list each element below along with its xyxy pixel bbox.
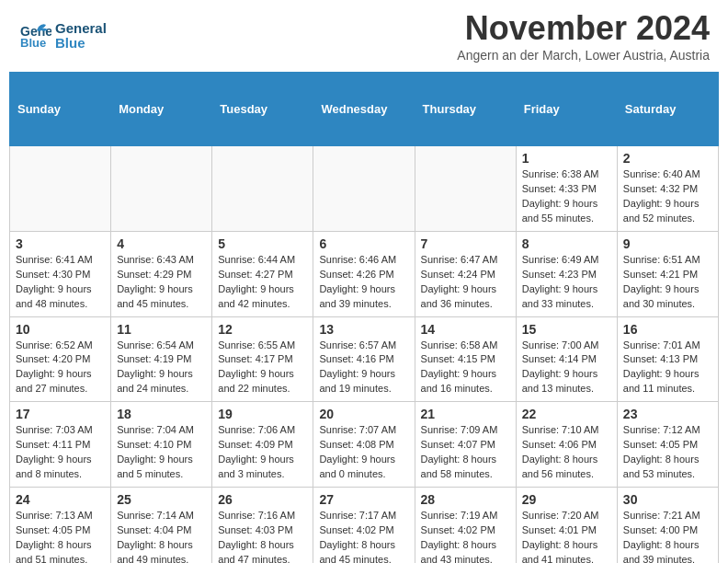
day-number: 13 (319, 322, 408, 337)
calendar-week-4: 17Sunrise: 7:03 AMSunset: 4:11 PMDayligh… (10, 402, 719, 488)
col-thursday: Thursday (415, 73, 516, 146)
logo-general: General (55, 20, 107, 36)
calendar-cell: 18Sunrise: 7:04 AMSunset: 4:10 PMDayligh… (111, 402, 212, 488)
calendar-cell (111, 146, 212, 232)
day-info: Daylight: 9 hours and 45 minutes. (117, 282, 206, 312)
day-info: Sunset: 4:14 PM (522, 352, 611, 367)
day-number: 14 (421, 322, 510, 337)
day-number: 21 (421, 407, 510, 421)
calendar-cell: 3Sunrise: 6:41 AMSunset: 4:30 PMDaylight… (10, 231, 111, 316)
day-info: Sunset: 4:01 PM (522, 523, 611, 538)
day-info: Sunset: 4:21 PM (623, 268, 712, 282)
calendar-cell: 17Sunrise: 7:03 AMSunset: 4:11 PMDayligh… (10, 402, 111, 488)
day-info: Sunrise: 6:46 AM (319, 253, 408, 268)
calendar-cell: 22Sunrise: 7:10 AMSunset: 4:06 PMDayligh… (516, 402, 617, 488)
day-info: Sunset: 4:00 PM (623, 523, 712, 538)
day-info: Sunset: 4:17 PM (218, 352, 307, 367)
day-info: Daylight: 9 hours and 24 minutes. (117, 367, 206, 396)
calendar-cell (313, 146, 415, 232)
day-number: 10 (16, 322, 105, 337)
day-info: Sunrise: 7:10 AM (522, 423, 611, 438)
svg-text:Blue: Blue (20, 36, 46, 50)
day-info: Sunset: 4:10 PM (117, 438, 206, 453)
day-number: 18 (117, 407, 206, 421)
day-info: Sunset: 4:09 PM (218, 438, 307, 453)
day-info: Sunset: 4:08 PM (319, 438, 408, 453)
calendar-cell (10, 146, 111, 232)
day-number: 4 (117, 236, 206, 251)
day-info: Sunrise: 7:03 AM (16, 423, 105, 438)
day-info: Sunrise: 6:38 AM (522, 167, 611, 182)
calendar-week-5: 24Sunrise: 7:13 AMSunset: 4:05 PMDayligh… (10, 488, 719, 564)
day-number: 17 (16, 407, 105, 421)
day-info: Daylight: 9 hours and 3 minutes. (218, 453, 307, 482)
day-info: Sunrise: 6:47 AM (421, 253, 510, 268)
day-info: Daylight: 8 hours and 58 minutes. (421, 453, 510, 482)
day-number: 6 (319, 236, 408, 251)
day-info: Sunrise: 7:12 AM (623, 423, 712, 438)
calendar-cell: 11Sunrise: 6:54 AMSunset: 4:19 PMDayligh… (111, 316, 212, 402)
calendar-week-2: 3Sunrise: 6:41 AMSunset: 4:30 PMDaylight… (10, 231, 719, 316)
day-number: 22 (522, 407, 611, 421)
day-info: Daylight: 9 hours and 19 minutes. (319, 367, 408, 396)
day-info: Sunrise: 7:04 AM (117, 423, 206, 438)
calendar-cell: 27Sunrise: 7:17 AMSunset: 4:02 PMDayligh… (313, 488, 415, 564)
day-number: 2 (623, 151, 712, 166)
calendar-cell: 2Sunrise: 6:40 AMSunset: 4:32 PMDaylight… (617, 146, 718, 232)
title-block: November 2024 Angern an der March, Lower… (457, 9, 710, 63)
day-info: Sunset: 4:05 PM (623, 438, 712, 453)
calendar-cell: 1Sunrise: 6:38 AMSunset: 4:33 PMDaylight… (516, 146, 617, 232)
calendar-cell: 24Sunrise: 7:13 AMSunset: 4:05 PMDayligh… (10, 488, 111, 564)
day-info: Daylight: 8 hours and 43 minutes. (421, 538, 510, 563)
day-number: 16 (623, 322, 712, 337)
day-number: 29 (522, 492, 611, 507)
day-info: Sunset: 4:26 PM (319, 268, 408, 282)
day-info: Sunrise: 6:58 AM (421, 339, 510, 353)
day-number: 26 (218, 492, 307, 507)
day-info: Daylight: 8 hours and 51 minutes. (16, 538, 105, 563)
day-number: 3 (16, 236, 105, 251)
logo: General Blue General Blue (18, 19, 107, 52)
day-info: Sunrise: 7:16 AM (218, 509, 307, 523)
day-info: Sunset: 4:02 PM (421, 523, 510, 538)
day-number: 8 (522, 236, 611, 251)
day-info: Sunrise: 7:13 AM (16, 509, 105, 523)
calendar-cell: 12Sunrise: 6:55 AMSunset: 4:17 PMDayligh… (212, 316, 313, 402)
calendar-table: Sunday Monday Tuesday Wednesday Thursday… (9, 72, 719, 563)
col-monday: Monday (111, 73, 212, 146)
day-info: Sunset: 4:07 PM (421, 438, 510, 453)
calendar-cell: 10Sunrise: 6:52 AMSunset: 4:20 PMDayligh… (10, 316, 111, 402)
calendar-cell (415, 146, 516, 232)
day-info: Sunset: 4:23 PM (522, 268, 611, 282)
day-info: Sunset: 4:05 PM (16, 523, 105, 538)
calendar-cell: 9Sunrise: 6:51 AMSunset: 4:21 PMDaylight… (617, 231, 718, 316)
col-friday: Friday (516, 73, 617, 146)
calendar-cell: 29Sunrise: 7:20 AMSunset: 4:01 PMDayligh… (516, 488, 617, 564)
day-info: Sunrise: 6:49 AM (522, 253, 611, 268)
day-info: Daylight: 9 hours and 13 minutes. (522, 367, 611, 396)
day-number: 15 (522, 322, 611, 337)
day-info: Daylight: 9 hours and 39 minutes. (319, 282, 408, 312)
calendar-header-row: Sunday Monday Tuesday Wednesday Thursday… (10, 73, 719, 146)
day-info: Sunrise: 6:55 AM (218, 339, 307, 353)
col-saturday: Saturday (617, 73, 718, 146)
day-info: Daylight: 8 hours and 47 minutes. (218, 538, 307, 563)
calendar-cell: 7Sunrise: 6:47 AMSunset: 4:24 PMDaylight… (415, 231, 516, 316)
calendar-cell (212, 146, 313, 232)
calendar-cell: 28Sunrise: 7:19 AMSunset: 4:02 PMDayligh… (415, 488, 516, 564)
calendar-cell: 4Sunrise: 6:43 AMSunset: 4:29 PMDaylight… (111, 231, 212, 316)
calendar-cell: 20Sunrise: 7:07 AMSunset: 4:08 PMDayligh… (313, 402, 415, 488)
day-info: Sunset: 4:20 PM (16, 352, 105, 367)
calendar-cell: 13Sunrise: 6:57 AMSunset: 4:16 PMDayligh… (313, 316, 415, 402)
day-info: Daylight: 9 hours and 11 minutes. (623, 367, 712, 396)
day-info: Sunrise: 7:19 AM (421, 509, 510, 523)
calendar-cell: 23Sunrise: 7:12 AMSunset: 4:05 PMDayligh… (617, 402, 718, 488)
day-number: 28 (421, 492, 510, 507)
col-tuesday: Tuesday (212, 73, 313, 146)
month-title: November 2024 (457, 9, 710, 48)
day-info: Sunrise: 6:43 AM (117, 253, 206, 268)
calendar-cell: 21Sunrise: 7:09 AMSunset: 4:07 PMDayligh… (415, 402, 516, 488)
day-info: Sunrise: 7:20 AM (522, 509, 611, 523)
day-number: 9 (623, 236, 712, 251)
day-info: Daylight: 9 hours and 52 minutes. (623, 197, 712, 226)
